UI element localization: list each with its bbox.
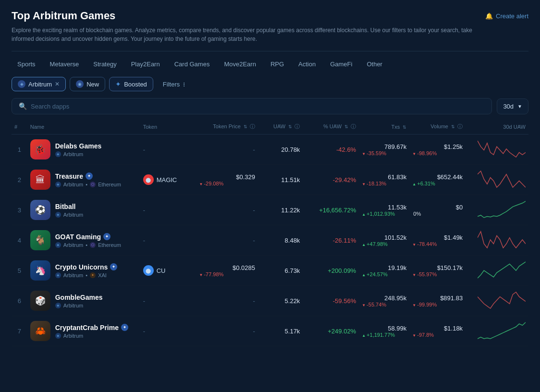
volume-value: $1.25k bbox=[412, 143, 463, 150]
vol-info-icon[interactable]: ⓘ bbox=[457, 123, 463, 129]
game-name: Delabs Games bbox=[55, 142, 102, 150]
token-icon: ⬤ bbox=[143, 174, 154, 185]
txs-cell: 61.83k -18.13% bbox=[359, 165, 409, 195]
sparkline-cell bbox=[466, 165, 528, 195]
sparkline-cell bbox=[466, 256, 528, 286]
volume-cell: $652.44k +6.31% bbox=[409, 165, 466, 195]
chain-label: Arbitrum bbox=[63, 151, 84, 157]
chain-icon-xai: ✦ bbox=[90, 272, 96, 278]
game-name-cell: 🏛 Treasure✦ ◈Arbitrum•⬡Ethereum bbox=[27, 165, 140, 195]
pct-uaw-value: +16,656.72% bbox=[319, 207, 356, 214]
txs-value: 101.52k bbox=[362, 234, 406, 241]
token-cell: - bbox=[140, 316, 196, 346]
table-row[interactable]: 7 🦀 CryptantCrab Prime✦ ◈Arbitrum - bbox=[12, 316, 528, 346]
token-dash: - bbox=[143, 328, 145, 335]
table-row[interactable]: 3 ⚽ Bitball ◈Arbitrum - - bbox=[12, 195, 528, 225]
col-uaw: UAW ⇅ ⓘ bbox=[258, 119, 303, 135]
chain-label: Ethereum bbox=[98, 182, 121, 187]
txs-change: +1,191.77% bbox=[362, 332, 406, 338]
rank-cell: 3 bbox=[12, 195, 27, 225]
table-row[interactable]: 2 🏛 Treasure✦ ◈Arbitrum•⬡Ethereum ⬤ bbox=[12, 165, 528, 195]
arbitrum-icon: ◈ bbox=[18, 80, 25, 88]
category-tab-strategy[interactable]: Strategy bbox=[87, 58, 122, 70]
pct-uaw-value: +200.09% bbox=[328, 267, 356, 274]
txs-arrow bbox=[362, 181, 366, 186]
category-tab-move2earn[interactable]: Move2Earn bbox=[218, 58, 261, 70]
table-row[interactable]: 6 🎲 GombleGames ◈Arbitrum - bbox=[12, 286, 528, 316]
volume-cell: $1.49k -78.44% bbox=[409, 225, 466, 256]
category-tab-play2earn[interactable]: Play2Earn bbox=[125, 58, 166, 70]
txs-change: -35.59% bbox=[362, 150, 406, 156]
pct-uaw-cell: -42.6% bbox=[303, 135, 359, 165]
filter-chain-close[interactable]: ✕ bbox=[55, 81, 60, 87]
token-dash: - bbox=[143, 207, 145, 214]
create-alert-button[interactable]: 🔔 Create alert bbox=[485, 12, 528, 20]
category-tab-other[interactable]: Other bbox=[361, 58, 388, 70]
game-name-cell: ⚽ Bitball ◈Arbitrum bbox=[27, 195, 140, 225]
chain-icon-ethereum: ⬡ bbox=[90, 242, 96, 248]
sparkline-cell bbox=[466, 286, 528, 316]
volume-value: $1.18k bbox=[412, 325, 463, 332]
chain-label: Arbitrum bbox=[63, 333, 84, 339]
category-tab-sports[interactable]: Sports bbox=[12, 58, 41, 70]
token-icon: ⬤ bbox=[143, 265, 154, 276]
txs-value: 19.19k bbox=[362, 264, 406, 271]
token-cell: ⬤ MAGIC bbox=[140, 165, 196, 195]
table-row[interactable]: 5 🦄 Crypto Unicorns✦ ◈Arbitrum•✦XAI ⬤ bbox=[12, 256, 528, 286]
game-logo: 🦀 bbox=[30, 321, 50, 341]
col-txs: Txs ⇅ bbox=[359, 119, 409, 135]
volume-change: 0% bbox=[412, 211, 463, 217]
token-cell: - bbox=[140, 225, 196, 256]
col-rank: # bbox=[12, 119, 27, 135]
game-name-cell: 🐞 Delabs Games ◈Arbitrum bbox=[27, 135, 140, 165]
search-icon: 🔍 bbox=[19, 102, 27, 110]
token-dash: - bbox=[143, 146, 145, 153]
category-tab-gamefi[interactable]: GameFi bbox=[324, 58, 358, 70]
game-logo: 🐞 bbox=[30, 139, 50, 159]
category-tab-rpg[interactable]: RPG bbox=[265, 58, 290, 70]
vol-arrow bbox=[412, 271, 416, 277]
col-volume: Volume ⇅ ⓘ bbox=[409, 119, 466, 135]
page-subtitle: Explore the exciting realm of blockchain… bbox=[12, 26, 473, 43]
game-logo: 🎲 bbox=[30, 291, 50, 311]
verified-badge: ✦ bbox=[103, 233, 110, 240]
chain-label: XAI bbox=[98, 272, 107, 278]
filter-row: ◈ Arbitrum ✕ ◉ New ✦ Boosted Filters ⫶ bbox=[12, 77, 528, 91]
period-select[interactable]: 30d ▼ bbox=[497, 98, 528, 114]
volume-change: -55.97% bbox=[412, 271, 463, 277]
pct-uaw-cell: -29.42% bbox=[303, 165, 359, 195]
token-price-cell: - bbox=[196, 316, 258, 346]
txs-change: +24.57% bbox=[362, 271, 406, 277]
filter-chip-boosted[interactable]: ✦ Boosted bbox=[109, 77, 153, 91]
chain-label: Arbitrum bbox=[63, 272, 84, 278]
game-name-cell: 🦄 Crypto Unicorns✦ ◈Arbitrum•✦XAI bbox=[27, 256, 140, 286]
rank-cell: 2 bbox=[12, 165, 27, 195]
filters-button[interactable]: Filters ⫶ bbox=[157, 78, 192, 91]
txs-arrow bbox=[362, 211, 366, 217]
chain-sep: • bbox=[86, 182, 87, 187]
game-logo: 🐐 bbox=[30, 230, 50, 250]
table-row[interactable]: 1 🐞 Delabs Games ◈Arbitrum - bbox=[12, 135, 528, 165]
search-input[interactable] bbox=[31, 103, 485, 110]
category-tab-action[interactable]: Action bbox=[293, 58, 321, 70]
category-tab-metaverse[interactable]: Metaverse bbox=[44, 58, 85, 70]
volume-value: $150.17k bbox=[412, 264, 463, 271]
chain-label: Arbitrum bbox=[63, 242, 84, 248]
table-row[interactable]: 4 🐐 GOAT Gaming✦ ◈Arbitrum•⬡Ethereum - bbox=[12, 225, 528, 256]
token-price-cell: - bbox=[196, 225, 258, 256]
uaw-value: 5.17k bbox=[285, 328, 300, 335]
pct-uaw-info-icon[interactable]: ⓘ bbox=[351, 123, 356, 129]
chain-icon-arbitrum: ◈ bbox=[55, 333, 61, 339]
token-price-info-icon[interactable]: ⓘ bbox=[250, 123, 255, 129]
uaw-info-icon[interactable]: ⓘ bbox=[295, 123, 300, 129]
chain-icon-arbitrum: ◈ bbox=[55, 151, 61, 157]
txs-cell: 789.67k -35.59% bbox=[359, 135, 409, 165]
filter-chip-new[interactable]: ◉ New bbox=[70, 77, 105, 91]
volume-value: $891.83 bbox=[412, 294, 463, 302]
filter-chip-arbitrum[interactable]: ◈ Arbitrum ✕ bbox=[12, 77, 66, 91]
category-tab-card_games[interactable]: Card Games bbox=[169, 58, 216, 70]
sparkline-cell bbox=[466, 195, 528, 225]
game-name: CryptantCrab Prime✦ bbox=[55, 324, 128, 331]
uaw-value: 20.78k bbox=[281, 146, 300, 153]
page-title: Top Arbitrum Games bbox=[12, 10, 115, 22]
